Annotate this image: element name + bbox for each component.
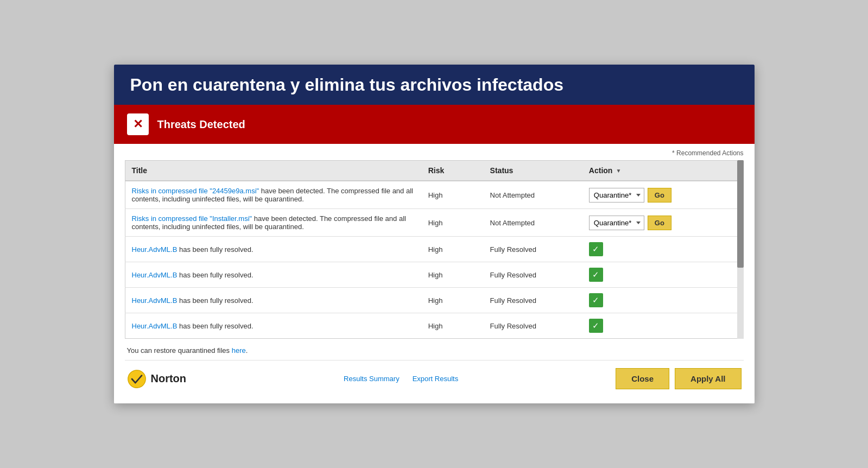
threats-header: ✕ Threats Detected — [114, 105, 755, 144]
apply-all-button[interactable]: Apply All — [675, 368, 741, 389]
quarantine-select[interactable]: Quarantine* — [589, 188, 644, 203]
threat-title-link[interactable]: Heur.AdvML.B — [132, 322, 178, 330]
threat-status: Fully Resolved — [484, 313, 582, 339]
threat-action: Quarantine*Go — [582, 181, 743, 209]
restore-note: You can restore quarantined files here. — [125, 339, 744, 360]
norton-brand-name: Norton — [151, 372, 187, 385]
footer-bar: Norton Results Summary Export Results Cl… — [125, 360, 744, 398]
norton-check-icon — [127, 369, 147, 389]
main-window: Pon en cuarentena y elimina tus archivos… — [114, 65, 755, 403]
table-row: Risks in compressed file "Installer.msi"… — [125, 209, 743, 237]
footer-buttons: Close Apply All — [616, 368, 741, 389]
threat-status: Fully Resolved — [484, 288, 582, 313]
col-header-action: Action ▼ — [582, 161, 743, 181]
threats-x-icon: ✕ — [127, 113, 149, 135]
threat-action: ✓ — [582, 313, 743, 339]
table-row: Heur.AdvML.B has been fully resolved.Hig… — [125, 288, 743, 313]
col-header-status: Status — [484, 161, 582, 181]
threat-risk: High — [422, 237, 484, 262]
threat-risk: High — [422, 209, 484, 237]
resolved-check-icon: ✓ — [589, 242, 603, 256]
table-row: Heur.AdvML.B has been fully resolved.Hig… — [125, 262, 743, 288]
quarantine-select[interactable]: Quarantine* — [589, 216, 644, 230]
recommended-note: * Recommended Actions — [125, 144, 744, 160]
svg-point-0 — [128, 370, 145, 387]
threat-status: Fully Resolved — [484, 237, 582, 262]
threat-risk: High — [422, 313, 484, 339]
go-button[interactable]: Go — [648, 188, 671, 203]
threat-status: Fully Resolved — [484, 262, 582, 288]
norton-logo: Norton — [127, 369, 187, 389]
content-area: * Recommended Actions Title Risk Status … — [114, 144, 755, 403]
threat-action: ✓ — [582, 262, 743, 288]
table-row: Heur.AdvML.B has been fully resolved.Hig… — [125, 237, 743, 262]
threat-title-link[interactable]: Heur.AdvML.B — [132, 271, 178, 279]
col-header-risk: Risk — [422, 161, 484, 181]
quarantine-select-wrap: Quarantine*Go — [589, 188, 737, 203]
threat-table: Title Risk Status Action ▼ Risks in comp… — [125, 160, 744, 339]
banner-title: Pon en cuarentena y elimina tus archivos… — [130, 74, 738, 95]
footer-links: Results Summary Export Results — [186, 375, 616, 383]
threats-title: Threats Detected — [157, 118, 245, 131]
table-header-row: Title Risk Status Action ▼ — [125, 161, 743, 181]
threat-title-rest: has been fully resolved. — [177, 271, 253, 279]
threat-status: Not Attempted — [484, 209, 582, 237]
table-row: Risks in compressed file "24459e9a.msi" … — [125, 181, 743, 209]
table-wrapper: Title Risk Status Action ▼ Risks in comp… — [125, 160, 744, 339]
table-row: Heur.AdvML.B has been fully resolved.Hig… — [125, 313, 743, 339]
threat-risk: High — [422, 288, 484, 313]
threat-risk: High — [422, 262, 484, 288]
threat-action: ✓ — [582, 288, 743, 313]
threat-title-link[interactable]: Heur.AdvML.B — [132, 245, 178, 254]
threat-title-link[interactable]: Heur.AdvML.B — [132, 296, 178, 305]
threat-title-link[interactable]: Risks in compressed file "Installer.msi" — [132, 214, 252, 223]
quarantine-select-wrap: Quarantine*Go — [589, 216, 737, 230]
resolved-check-icon: ✓ — [589, 268, 603, 282]
resolved-check-icon: ✓ — [589, 293, 603, 307]
threat-action: Quarantine*Go — [582, 209, 743, 237]
go-button[interactable]: Go — [648, 216, 671, 230]
threat-title-link[interactable]: Risks in compressed file "24459e9a.msi" — [132, 187, 259, 195]
threat-title-rest: has been fully resolved. — [177, 296, 253, 305]
action-dropdown-arrow-icon: ▼ — [616, 168, 621, 174]
col-header-title: Title — [125, 161, 422, 181]
threat-action: ✓ — [582, 237, 743, 262]
threat-status: Not Attempted — [484, 181, 582, 209]
export-results-link[interactable]: Export Results — [413, 375, 459, 383]
results-summary-link[interactable]: Results Summary — [344, 375, 400, 383]
restore-here-link[interactable]: here — [232, 346, 246, 355]
close-button[interactable]: Close — [616, 368, 669, 389]
threat-risk: High — [422, 181, 484, 209]
scrollbar-thumb[interactable] — [737, 160, 744, 267]
resolved-check-icon: ✓ — [589, 319, 603, 333]
banner: Pon en cuarentena y elimina tus archivos… — [114, 65, 755, 105]
threat-title-rest: has been fully resolved. — [177, 245, 253, 254]
threat-title-rest: has been fully resolved. — [177, 322, 253, 330]
scrollbar[interactable] — [737, 160, 744, 339]
